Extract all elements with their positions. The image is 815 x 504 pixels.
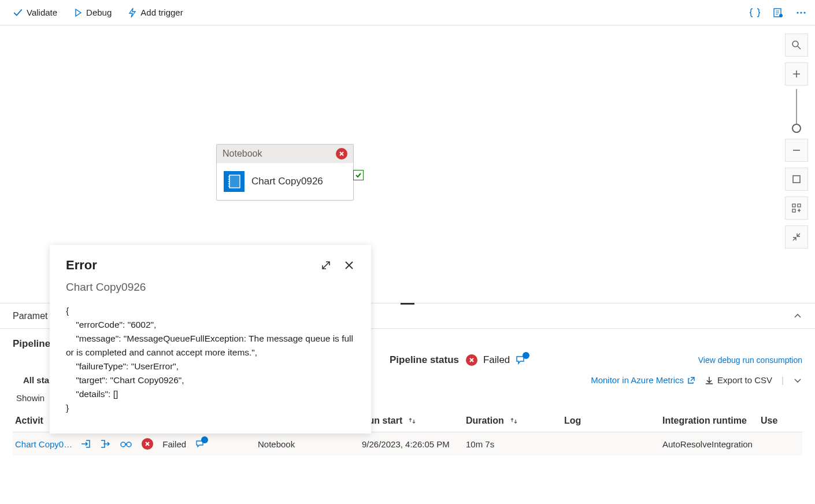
row-status-text: Failed <box>162 439 186 449</box>
monitor-label: Monitor in Azure Metrics <box>591 375 684 385</box>
zoom-in-button[interactable] <box>785 62 808 86</box>
fit-to-screen-button[interactable] <box>785 168 808 191</box>
all-status-filter[interactable]: All sta <box>23 375 49 385</box>
auto-layout-button[interactable] <box>785 197 808 220</box>
fit-icon <box>791 174 802 184</box>
error-subtitle: Chart Copy0926 <box>66 281 355 294</box>
glasses-icon[interactable] <box>120 440 132 448</box>
zoom-toolbar <box>785 34 808 249</box>
cell-activity: Chart Copy0… Failed <box>15 438 258 450</box>
pipeline-status-label: Pipeline status <box>390 354 459 366</box>
debug-label: Debug <box>86 8 112 17</box>
activity-type-label: Notebook <box>223 149 262 159</box>
svg-rect-5 <box>229 175 240 188</box>
activity-node-header: Notebook <box>217 144 353 163</box>
status-text: Failed <box>483 354 510 366</box>
sort-icon[interactable] <box>408 417 416 425</box>
close-dialog-button[interactable] <box>343 260 355 271</box>
error-icon <box>466 354 477 366</box>
expand-dialog-button[interactable] <box>320 260 332 271</box>
external-link-icon <box>687 376 695 384</box>
view-debug-consumption-link[interactable]: View debug run consumption <box>698 355 802 365</box>
svg-point-7 <box>792 41 798 47</box>
activity-action-icons: Failed <box>80 438 205 450</box>
search-canvas-button[interactable] <box>785 34 808 57</box>
table-row[interactable]: Chart Copy0… Failed <box>13 432 802 455</box>
error-title: Error <box>66 258 97 273</box>
zoom-slider-thumb[interactable] <box>792 124 801 133</box>
cell-run-start: 9/26/2023, 4:26:05 PM <box>362 439 466 449</box>
validate-button[interactable]: Validate <box>5 4 65 21</box>
svg-rect-9 <box>792 204 795 207</box>
toolbar-left: Validate Debug Add trigger <box>5 4 191 21</box>
cell-duration: 10m 7s <box>466 439 564 449</box>
more-button[interactable] <box>792 3 810 22</box>
svg-point-2 <box>797 12 798 13</box>
collapse-icon <box>791 232 802 242</box>
error-body: { "errorCode": "6002", "message": "Messa… <box>66 304 355 415</box>
svg-point-13 <box>127 442 131 447</box>
validate-label: Validate <box>27 8 57 17</box>
chevron-up-icon[interactable] <box>793 312 802 321</box>
output-icon[interactable] <box>100 439 110 449</box>
braces-icon <box>749 8 761 18</box>
activity-node-body: Chart Copy0926 <box>217 163 353 200</box>
lightning-icon <box>128 8 137 18</box>
download-icon <box>705 376 714 385</box>
add-trigger-label: Add trigger <box>140 8 183 17</box>
add-trigger-button[interactable]: Add trigger <box>120 4 191 21</box>
pipeline-status-value: Failed <box>466 354 526 366</box>
plus-icon <box>792 69 801 79</box>
svg-rect-10 <box>798 204 801 207</box>
search-icon <box>791 40 802 50</box>
col-integration[interactable]: Integration runtime <box>662 416 761 426</box>
success-anchor[interactable] <box>353 170 364 180</box>
activity-link[interactable]: Chart Copy0… <box>15 439 72 449</box>
svg-point-3 <box>800 12 802 13</box>
properties-button[interactable] <box>769 3 787 22</box>
activity-name: Chart Copy0926 <box>251 176 323 187</box>
svg-rect-8 <box>793 176 800 183</box>
check-icon <box>13 8 23 18</box>
zoom-out-button[interactable] <box>785 139 808 162</box>
col-use[interactable]: Use <box>761 416 795 426</box>
columns-chevron-button[interactable] <box>793 376 802 385</box>
export-label: Export to CSV <box>717 375 772 385</box>
document-icon <box>773 8 783 18</box>
parameters-label: Paramet <box>13 311 47 321</box>
sort-icon[interactable] <box>510 417 518 425</box>
badge-icon <box>201 436 208 443</box>
col-log[interactable]: Log <box>564 416 662 426</box>
badge-icon <box>523 352 529 359</box>
zoom-slider-track[interactable] <box>796 89 797 124</box>
debug-button[interactable]: Debug <box>65 4 120 21</box>
ellipsis-icon <box>796 8 806 18</box>
monitor-metrics-link[interactable]: Monitor in Azure Metrics <box>591 375 695 385</box>
row-message-button[interactable] <box>195 440 205 448</box>
input-icon[interactable] <box>80 439 91 449</box>
svg-point-12 <box>121 442 125 447</box>
error-status-icon[interactable] <box>336 148 347 160</box>
export-csv-button[interactable]: Export to CSV <box>705 375 772 385</box>
play-icon <box>73 8 83 17</box>
code-view-button[interactable] <box>746 3 764 22</box>
activity-node-notebook[interactable]: Notebook Chart Copy0926 <box>216 144 354 201</box>
error-dialog-header: Error <box>66 258 355 273</box>
row-error-icon[interactable] <box>142 438 153 450</box>
error-dialog: Error Chart Copy0926 { "errorCode": "600… <box>50 245 371 433</box>
top-toolbar: Validate Debug Add trigger <box>0 0 815 25</box>
svg-point-1 <box>779 14 783 17</box>
cell-type: Notebook <box>258 439 362 449</box>
collapse-canvas-button[interactable] <box>785 225 808 249</box>
col-run-start[interactable]: Run start <box>362 416 466 426</box>
layout-icon <box>791 203 802 213</box>
minus-icon <box>792 146 801 155</box>
duration-label: Duration <box>466 416 504 426</box>
cell-integration: AutoResolveIntegration <box>662 439 761 449</box>
error-details-button[interactable] <box>516 355 526 365</box>
col-duration[interactable]: Duration <box>466 416 564 426</box>
toolbar-right <box>746 3 810 22</box>
pipeline-run-header: Pipeline <box>13 338 50 350</box>
svg-rect-11 <box>792 209 795 212</box>
svg-point-4 <box>803 12 805 13</box>
